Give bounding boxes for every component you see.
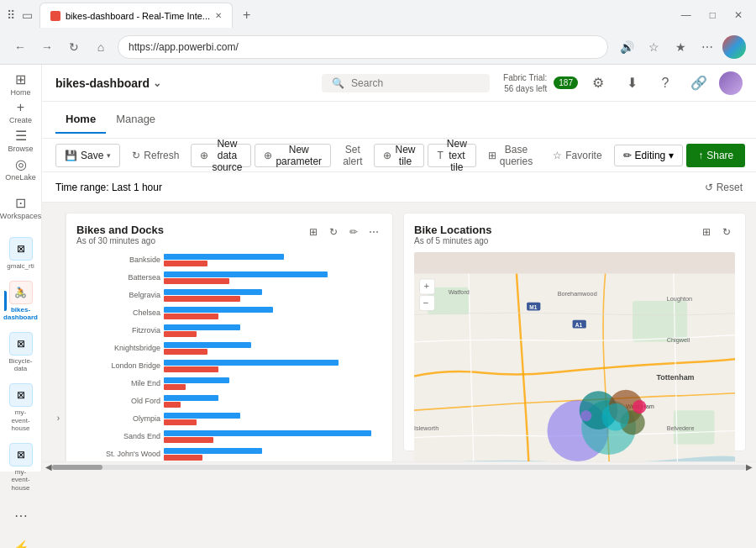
sidebar-item-event-house-1[interactable]: ⊠ my-event-house <box>4 380 38 436</box>
active-indicator <box>4 291 7 311</box>
scrollbar-thumb[interactable] <box>52 465 102 470</box>
realtime-icon: ⚡ <box>13 540 29 548</box>
new-datasource-label: New data source <box>212 138 242 173</box>
svg-text:Chigwell: Chigwell <box>667 336 690 344</box>
bar-label: Knightsbridge <box>76 344 160 352</box>
forward-button[interactable]: → <box>37 37 57 57</box>
sidebar-item-onelake[interactable]: ◎ OneLake <box>4 156 38 182</box>
map-grid-button[interactable]: ⊞ <box>698 224 715 240</box>
gmalc-label: gmalc_rti <box>7 262 34 271</box>
new-tile-button[interactable]: ⊕ New tile <box>374 144 424 167</box>
new-data-source-button[interactable]: ⊕ New data source <box>191 144 251 167</box>
back-button[interactable]: ← <box>10 37 30 57</box>
refresh-button[interactable]: ↻ Refresh <box>123 144 187 167</box>
sidebar-item-event-house-2[interactable]: ⊠ my-event-house <box>4 440 38 496</box>
realtime-item[interactable]: ⚡ Real-Time Intelligence <box>0 536 41 548</box>
user-avatar[interactable] <box>719 71 743 95</box>
bar-blue <box>164 342 251 348</box>
chart-refresh-button[interactable]: ↻ <box>325 224 342 240</box>
help-button[interactable]: ? <box>652 70 679 97</box>
tab-favicon <box>50 11 60 21</box>
bar-blue <box>164 254 284 260</box>
sidebar-item-browse[interactable]: ☰ Browse <box>4 128 38 153</box>
dashboard-content: › Bikes and Docks As of 30 minutes ago ⊞… <box>42 203 756 461</box>
bar-label: Fitzrovia <box>76 326 160 335</box>
new-text-tile-button[interactable]: T New text tile <box>428 144 475 167</box>
sidebar-item-bicycle-data[interactable]: ⊠ Bicycle-data <box>4 329 38 377</box>
set-alert-button[interactable]: Set alert <box>334 144 370 167</box>
scroll-right-arrow[interactable]: ▶ <box>746 462 753 472</box>
new-tile-label: New tile <box>395 144 415 167</box>
home-button[interactable]: ⌂ <box>91 37 111 57</box>
read-aloud-button[interactable]: 🔊 <box>615 35 638 59</box>
editing-button[interactable]: ✏ Editing ▾ <box>614 145 684 166</box>
tab-manage[interactable]: Manage <box>106 106 165 134</box>
bar-group <box>164 377 382 390</box>
bar-blue <box>164 360 339 366</box>
bar-group <box>164 307 382 319</box>
tab-home[interactable]: Home <box>55 106 106 134</box>
browse-icon: ☰ <box>15 128 27 144</box>
scrollbar-track[interactable] <box>52 465 746 470</box>
sidebar-item-bikes-dashboard[interactable]: 🚴 bikes-dashboard <box>4 277 38 325</box>
maximize-button[interactable]: □ <box>703 9 722 21</box>
close-button[interactable]: ✕ <box>727 9 749 21</box>
download-button[interactable]: ⬇ <box>618 70 645 97</box>
favorite-button[interactable]: ☆ Favorite <box>544 144 610 167</box>
profile-button[interactable] <box>722 35 746 59</box>
bar-orange <box>164 455 202 461</box>
chart-grid-button[interactable]: ⊞ <box>305 224 322 240</box>
bar-row: Fitzrovia <box>76 323 382 338</box>
sidebar-workspaces-label: Workspaces <box>0 213 41 220</box>
bar-group <box>164 430 382 443</box>
minimize-button[interactable]: — <box>675 9 698 21</box>
reset-button[interactable]: ↺ Reset <box>705 182 743 193</box>
more-button[interactable]: ⋯ <box>696 35 719 59</box>
new-tab-button[interactable]: + <box>243 8 250 23</box>
tab-close-icon[interactable]: ✕ <box>215 11 222 20</box>
share-button[interactable]: ↑ Share <box>686 144 745 167</box>
bar-chart: BanksideBatterseaBelgraviaChelseaFitzrov… <box>76 252 382 461</box>
base-queries-button[interactable]: ⊞ Base queries <box>480 144 541 167</box>
favorites-button[interactable]: ★ <box>669 35 692 59</box>
sidebar-item-home[interactable]: ⊞ Home <box>4 71 38 97</box>
pages-tab[interactable]: › <box>52 213 66 461</box>
sidebar-item-more[interactable]: ⋯ <box>4 499 38 533</box>
sidebar-browse-label: Browse <box>8 145 33 153</box>
sidebar-item-workspaces[interactable]: ⊡ Workspaces <box>4 195 38 220</box>
refresh-button[interactable]: ↻ <box>64 37 84 57</box>
bar-orange <box>164 296 240 302</box>
bar-blue <box>164 430 371 436</box>
scrollbar[interactable]: ◀ ▶ <box>42 461 756 472</box>
bookmark-button[interactable]: ☆ <box>642 35 665 59</box>
bar-row: St. John's Wood <box>76 446 382 461</box>
app: ⊞ Home + Create ☰ Browse ◎ OneLake ⊡ Wor… <box>0 65 756 472</box>
url-input[interactable] <box>118 35 608 59</box>
sidebar-item-gmalc[interactable]: ⊠ gmalc_rti <box>4 234 38 274</box>
map-chart-subtitle: As of 5 minutes ago <box>414 236 491 245</box>
map-refresh-button[interactable]: ↻ <box>718 224 735 240</box>
svg-text:Tottenham: Tottenham <box>657 373 695 382</box>
new-parameter-button[interactable]: ⊕ New parameter <box>255 144 331 167</box>
bar-blue <box>164 307 273 313</box>
bar-blue <box>164 448 262 454</box>
active-tab[interactable]: bikes-dashboard - Real-Time Inte... ✕ <box>39 3 233 28</box>
search-input[interactable] <box>351 77 469 89</box>
share-link-button[interactable]: 🔗 <box>685 70 712 97</box>
svg-text:Watford: Watford <box>449 288 470 296</box>
fabric-trial-line1: Fabric Trial: <box>503 72 547 83</box>
bar-group <box>164 448 382 461</box>
scroll-left-arrow[interactable]: ◀ <box>45 462 52 472</box>
map-container[interactable]: Watford Borehamwood Loughton Chigwell To… <box>414 252 735 461</box>
save-button[interactable]: 💾 Save ▾ <box>55 144 120 167</box>
chart-edit-button[interactable]: ✏ <box>345 224 362 240</box>
tab-nav: Home Manage <box>55 106 165 134</box>
chart-more-button[interactable]: ⋯ <box>365 224 382 240</box>
edit-icon: ✏ <box>623 150 632 161</box>
new-datasource-icon: ⊕ <box>200 150 208 161</box>
sidebar-item-create[interactable]: + Create <box>4 100 38 124</box>
bar-group <box>164 360 382 372</box>
svg-text:−: − <box>423 298 429 308</box>
settings-button[interactable]: ⚙ <box>585 70 612 97</box>
event-house-1-icon: ⊠ <box>9 383 33 407</box>
